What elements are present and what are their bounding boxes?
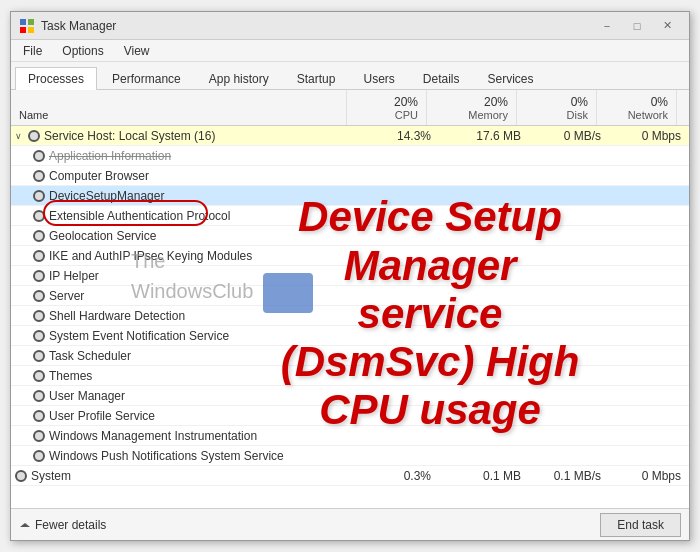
row-network-cell xyxy=(609,306,689,325)
tab-app-history[interactable]: App history xyxy=(196,67,282,90)
table-row[interactable]: Task Scheduler xyxy=(11,346,689,366)
col-cpu[interactable]: 20% CPU xyxy=(347,90,427,125)
row-disk-cell: 0 MB/s xyxy=(529,126,609,145)
title-bar: Task Manager − □ ✕ xyxy=(11,12,689,40)
tab-users[interactable]: Users xyxy=(350,67,407,90)
table-row[interactable]: Extensible Authentication Protocol xyxy=(11,206,689,226)
close-button[interactable]: ✕ xyxy=(653,16,681,36)
tab-processes[interactable]: Processes xyxy=(15,67,97,90)
app-icon xyxy=(19,18,35,34)
table-row[interactable]: IKE and AuthIP IPsec Keying Modules xyxy=(11,246,689,266)
row-disk-cell xyxy=(529,226,609,245)
table-row[interactable]: Windows Push Notifications System Servic… xyxy=(11,446,689,466)
row-network-cell xyxy=(609,286,689,305)
table-row[interactable]: System0.3%0.1 MB0.1 MB/s0 Mbps xyxy=(11,466,689,486)
row-network-cell xyxy=(609,206,689,225)
table-row[interactable]: DeviceSetupManager xyxy=(11,186,689,206)
table-row[interactable]: Geolocation Service xyxy=(11,226,689,246)
row-memory-cell xyxy=(439,166,529,185)
row-cpu-cell xyxy=(359,286,439,305)
row-cpu-cell xyxy=(359,346,439,365)
table-row[interactable]: Computer Browser xyxy=(11,166,689,186)
col-network[interactable]: 0% Network xyxy=(597,90,677,125)
row-cpu-cell: 0.3% xyxy=(359,466,439,485)
tab-performance[interactable]: Performance xyxy=(99,67,194,90)
process-icon xyxy=(33,450,45,462)
row-cpu-cell xyxy=(359,446,439,465)
table-row[interactable]: User Profile Service xyxy=(11,406,689,426)
table-row[interactable]: User Manager xyxy=(11,386,689,406)
row-cpu-cell xyxy=(359,386,439,405)
row-name-cell: Server xyxy=(11,286,359,305)
row-network-cell xyxy=(609,366,689,385)
row-disk-cell xyxy=(529,166,609,185)
process-name: Task Scheduler xyxy=(49,349,131,363)
row-cpu-cell xyxy=(359,326,439,345)
table-row[interactable]: Themes xyxy=(11,366,689,386)
row-name-cell: Themes xyxy=(11,366,359,385)
table-row[interactable]: System Event Notification Service xyxy=(11,326,689,346)
maximize-button[interactable]: □ xyxy=(623,16,651,36)
process-name: System Event Notification Service xyxy=(49,329,229,343)
table-row[interactable]: Shell Hardware Detection xyxy=(11,306,689,326)
process-icon xyxy=(33,230,45,242)
table-row[interactable]: Server xyxy=(11,286,689,306)
tab-bar: Processes Performance App history Startu… xyxy=(11,62,689,90)
process-name: Service Host: Local System (16) xyxy=(44,129,215,143)
row-disk-cell xyxy=(529,146,609,165)
row-name-cell: User Manager xyxy=(11,386,359,405)
svg-marker-4 xyxy=(20,523,30,527)
table-row[interactable]: Application Information xyxy=(11,146,689,166)
fewer-details-button[interactable]: Fewer details xyxy=(19,518,106,532)
row-name-cell: Windows Push Notifications System Servic… xyxy=(11,446,359,465)
row-name-cell: Computer Browser xyxy=(11,166,359,185)
process-name: Extensible Authentication Protocol xyxy=(49,209,230,223)
row-name-cell: Windows Management Instrumentation xyxy=(11,426,359,445)
tab-startup[interactable]: Startup xyxy=(284,67,349,90)
tab-services[interactable]: Services xyxy=(475,67,547,90)
row-cpu-cell xyxy=(359,206,439,225)
row-name-cell: Extensible Authentication Protocol xyxy=(11,206,359,225)
row-disk-cell xyxy=(529,446,609,465)
window-controls: − □ ✕ xyxy=(593,16,681,36)
row-disk-cell xyxy=(529,406,609,425)
col-memory[interactable]: 20% Memory xyxy=(427,90,517,125)
col-name[interactable]: Name xyxy=(11,90,347,125)
row-network-cell xyxy=(609,166,689,185)
process-name: Geolocation Service xyxy=(49,229,156,243)
row-disk-cell: 0.1 MB/s xyxy=(529,466,609,485)
row-memory-cell xyxy=(439,386,529,405)
row-name-cell: Application Information xyxy=(11,146,359,165)
end-task-button[interactable]: End task xyxy=(600,513,681,537)
table-row[interactable]: ∨Service Host: Local System (16)14.3%17.… xyxy=(11,126,689,146)
table-row[interactable]: Windows Management Instrumentation xyxy=(11,426,689,446)
row-disk-cell xyxy=(529,266,609,285)
menu-view[interactable]: View xyxy=(116,42,158,60)
col-disk[interactable]: 0% Disk xyxy=(517,90,597,125)
process-name: Application Information xyxy=(49,149,171,163)
row-disk-cell xyxy=(529,306,609,325)
minimize-button[interactable]: − xyxy=(593,16,621,36)
row-memory-cell: 17.6 MB xyxy=(439,126,529,145)
row-memory-cell xyxy=(439,266,529,285)
row-disk-cell xyxy=(529,346,609,365)
row-cpu-cell xyxy=(359,426,439,445)
tab-details[interactable]: Details xyxy=(410,67,473,90)
row-memory-cell xyxy=(439,406,529,425)
menu-bar: File Options View xyxy=(11,40,689,62)
process-name: Computer Browser xyxy=(49,169,149,183)
chevron-up-icon xyxy=(19,519,31,531)
table-row[interactable]: IP Helper xyxy=(11,266,689,286)
expand-chevron: ∨ xyxy=(15,131,22,141)
row-disk-cell xyxy=(529,186,609,205)
process-name: DeviceSetupManager xyxy=(49,189,164,203)
menu-file[interactable]: File xyxy=(15,42,50,60)
main-content: Name 20% CPU 20% Memory 0% Disk 0% Netwo… xyxy=(11,90,689,508)
menu-options[interactable]: Options xyxy=(54,42,111,60)
row-cpu-cell xyxy=(359,226,439,245)
process-icon xyxy=(33,370,45,382)
row-name-cell: IP Helper xyxy=(11,266,359,285)
process-table[interactable]: ∨Service Host: Local System (16)14.3%17.… xyxy=(11,126,689,508)
row-memory-cell xyxy=(439,426,529,445)
row-name-cell: DeviceSetupManager xyxy=(11,186,359,205)
